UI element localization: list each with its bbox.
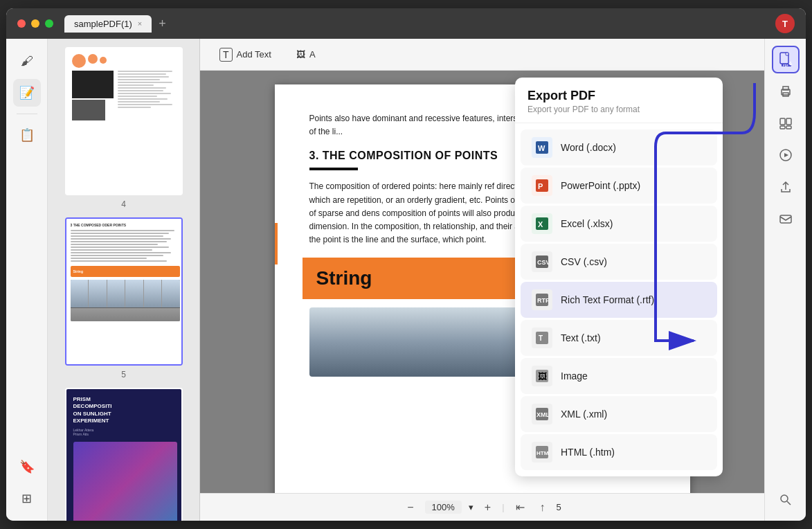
viewer-bottombar: − 100% ▾ + | ⇤ ↑ 5 [200,493,764,521]
toolbar-grid-button[interactable]: ⊞ [13,485,41,512]
thumb6-prism [73,442,177,521]
thumbnail-page5: 3 THE COMPOSED ODER POINTS [56,217,191,379]
circle-large [72,54,86,68]
left-toolbar: 🖌 📝 📋 🔖 ⊞ [6,39,48,521]
svg-text:🖼: 🖼 [538,371,547,382]
export-format-rtf[interactable]: RTF Rich Text Format (.rtf) [521,282,717,318]
zoom-dropdown[interactable]: ▾ [469,502,473,512]
fullscreen-button[interactable] [45,19,53,28]
export-panel-title: Export PDF [527,89,710,103]
mail-button[interactable] [772,205,800,233]
thumb-page5-img[interactable]: 3 THE COMPOSED ODER POINTS [65,217,183,366]
svg-line-34 [787,501,791,505]
export-image-label: Image [561,370,588,382]
add-image-icon: 🖼 [296,49,305,60]
powerpoint-icon: P [532,175,552,196]
mail-icon [779,212,793,226]
page-rule [309,168,358,170]
titlebar: samplePDF(1) × + T [6,8,806,39]
print-icon [779,84,793,98]
play-button[interactable] [772,141,800,169]
rtf-icon: RTF [532,289,552,310]
export-format-txt[interactable]: T Text (.txt) [521,320,717,356]
zoom-out-button[interactable]: − [403,500,417,515]
print-button[interactable] [772,78,800,105]
export-format-word[interactable]: W Word (.docx) [521,129,717,165]
export-rtf-label: Rich Text Format (.rtf) [561,294,654,305]
add-image-button[interactable]: 🖼 A [288,45,324,64]
svg-rect-32 [780,215,791,223]
export-xml-label: XML (.xml) [561,409,607,420]
export-powerpoint-label: PowerPoint (.pptx) [561,180,640,191]
export-pdf-button[interactable]: PDF [772,46,800,73]
thumb-page4-img[interactable] [65,47,183,195]
svg-rect-20 [786,53,788,55]
add-text-icon: T [219,48,233,62]
word-icon: W [532,137,552,158]
add-text-button[interactable]: T Add Text [211,44,280,66]
right-sidebar: PDF [764,39,806,521]
thumb5-content: 3 THE COMPOSED ODER POINTS [66,219,183,364]
csv-icon: CSV [532,251,552,272]
xml-icon: XML [532,404,552,424]
svg-marker-31 [784,153,788,157]
thumbnail-page6: PRISMDECOMPOSITION SUNLIGHTEXPERIMENT Le… [56,388,191,521]
svg-text:W: W [538,144,545,152]
orange-text: String [316,267,372,289]
export-format-excel[interactable]: X Excel (.xlsx) [521,206,717,242]
avatar[interactable]: T [775,14,795,33]
export-format-image[interactable]: 🖼 Image [521,358,717,394]
thumb5-orange-text: String [73,269,83,274]
export-format-powerpoint[interactable]: P PowerPoint (.pptx) [521,168,717,204]
tab-samplepdf[interactable]: samplePDF(1) × [64,15,152,33]
search-button[interactable] [772,486,800,514]
nav-first-button[interactable]: ⇤ [512,499,529,515]
toolbar-copy-button[interactable]: 📋 [13,121,41,149]
search-icon [779,493,793,507]
main-area: 🖌 📝 📋 🔖 ⊞ [6,39,806,521]
excel-icon: X [532,213,552,234]
export-format-xml[interactable]: XML XML (.xml) [521,396,717,432]
circle-medium [88,54,98,64]
export-excel-label: Excel (.xlsx) [561,218,613,229]
organize-button[interactable] [772,109,800,137]
minimize-button[interactable] [31,19,39,28]
play-icon [779,148,793,162]
tab-label: samplePDF(1) [74,19,132,29]
export-csv-label: CSV (.csv) [561,256,607,267]
export-format-csv[interactable]: CSV CSV (.csv) [521,244,717,280]
thumb5-arch [71,280,180,321]
toolbar-edit-button[interactable]: 📝 [13,79,41,107]
export-format-html[interactable]: HTML HTML (.htm) [521,434,717,470]
share-button[interactable] [772,173,800,201]
svg-point-33 [781,495,788,502]
tab-close-button[interactable]: × [138,19,142,28]
svg-text:CSV: CSV [537,259,548,266]
zoom-in-button[interactable]: + [480,500,495,515]
svg-text:X: X [538,220,543,228]
circle-small [100,57,107,64]
image-icon: 🖼 [532,366,552,386]
export-panel: Export PDF Export your PDF to any format… [515,78,723,476]
pdf-viewer: T Add Text 🖼 A Points also have dominant… [200,39,764,521]
toolbar-paint-button[interactable]: 🖌 [13,47,41,75]
export-word-label: Word (.docx) [561,142,616,153]
tab-bar: samplePDF(1) × + [64,15,170,33]
svg-text:PDF: PDF [783,64,789,67]
thumb-page6-img[interactable]: PRISMDECOMPOSITION SUNLIGHTEXPERIMENT Le… [65,388,183,521]
organize-icon [779,116,793,130]
nav-prev-button[interactable]: ↑ [536,500,550,515]
thumb5-heading: 3 THE COMPOSED ODER POINTS [71,223,180,227]
thumb6-content: PRISMDECOMPOSITION SUNLIGHTEXPERIMENT Le… [66,389,183,521]
page-marker [275,223,278,264]
export-panel-subtitle: Export your PDF to any format [527,105,710,114]
thumb5-orange-bar: String [71,266,180,277]
svg-rect-24 [783,87,788,90]
html-icon: HTML [532,442,552,463]
new-tab-button[interactable]: + [154,17,170,31]
export-panel-header: Export PDF Export your PDF to any format [515,78,723,123]
close-button[interactable] [17,19,26,28]
toolbar-bookmark-button[interactable]: 🔖 [13,453,41,481]
thumbnail-panel: 4 3 THE COMPOSED ODER POINTS [48,39,200,521]
thumb6-subtitle: Lekhar AtteraPrism Atts [73,428,177,436]
